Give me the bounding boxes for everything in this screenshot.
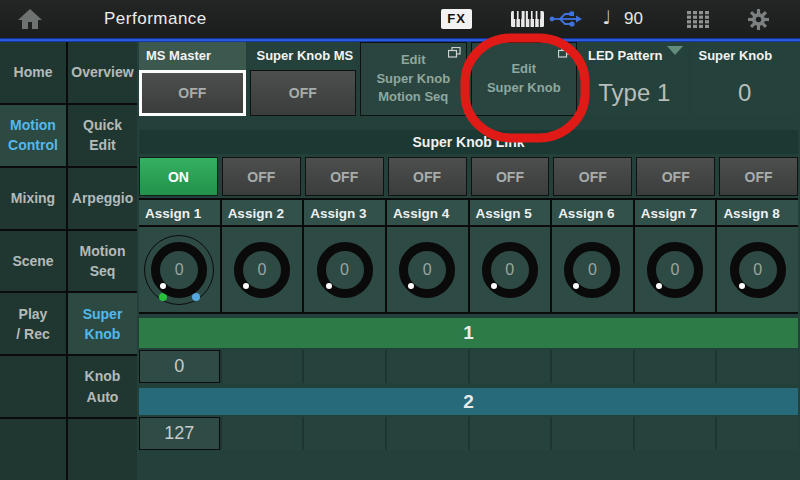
assign-3-knob[interactable]: 0 [304, 227, 385, 312]
ms-master-toggle[interactable]: OFF [139, 70, 246, 116]
sidebar-item-knob-auto[interactable]: Knob Auto [68, 356, 137, 417]
fx-indicator: FX [441, 9, 472, 29]
assign-6-label: Assign 6 [552, 200, 633, 227]
knob-position-dot [739, 283, 745, 289]
sidebar-item-motion-seq[interactable]: Motion Seq [68, 231, 137, 292]
group-1-empty-cell[interactable] [387, 350, 468, 383]
assign-6-knob[interactable]: 0 [552, 227, 633, 312]
content: Home Motion Control Mixing Scene Play / … [0, 42, 800, 480]
sidebar-item-super-knob[interactable]: Super Knob [68, 293, 137, 354]
knob-dial[interactable]: 0 [647, 242, 703, 298]
group-2-empty-cell[interactable] [717, 417, 798, 450]
gear-icon[interactable] [748, 9, 769, 30]
knob-dial[interactable]: 0 [730, 242, 786, 298]
assign-2-knob[interactable]: 0 [222, 227, 303, 312]
group-1-empty-cell[interactable] [635, 350, 716, 383]
group-1-empty-cell[interactable] [717, 350, 798, 383]
link-group-2-values: 127 [139, 417, 798, 450]
knob-position-dot [326, 283, 332, 289]
assign-8-label: Assign 8 [717, 200, 798, 227]
link-toggle-2[interactable]: OFF [222, 157, 301, 196]
group-1-empty-cell[interactable] [552, 350, 633, 383]
group-1-empty-cell[interactable] [222, 350, 303, 383]
knob-dial[interactable]: 0 [317, 242, 373, 298]
assign-3-cell: Assign 3 0 [304, 200, 385, 312]
group-2-value[interactable]: 127 [139, 417, 220, 450]
super-knob-link-section: Super Knob Link ON OFF OFF OFF OFF OFF O… [139, 130, 798, 196]
sidebar-item-home[interactable]: Home [0, 42, 66, 103]
super-knob-label: Super Knob [692, 42, 799, 70]
knob-dial[interactable]: 0 [564, 242, 620, 298]
knob-dial[interactable]: 0 [482, 242, 538, 298]
knob-position-dot [243, 283, 249, 289]
ms-master-label: MS Master [139, 42, 246, 70]
sidebar-item-arpeggio[interactable]: Arpeggio [68, 168, 137, 229]
group-2-empty-cell[interactable] [635, 417, 716, 450]
sidebar-item-scene[interactable]: Scene [0, 231, 66, 292]
link-toggle-3[interactable]: OFF [305, 157, 384, 196]
page-title: Performance [104, 0, 207, 38]
assign-8-knob[interactable]: 0 [717, 227, 798, 312]
group-2-empty-cell[interactable] [304, 417, 385, 450]
sidebar-blank [0, 356, 66, 417]
sidebar: Home Motion Control Mixing Scene Play / … [0, 42, 137, 480]
pad-grid-icon[interactable] [687, 11, 709, 28]
group-2-empty-cell[interactable] [552, 417, 633, 450]
parameter-row: MS Master OFF Super Knob MS OFF Edit Sup… [139, 42, 798, 116]
link-toggle-7[interactable]: OFF [636, 157, 715, 196]
sidebar-item-overview[interactable]: Overview [68, 42, 137, 103]
link-toggle-5[interactable]: OFF [471, 157, 550, 196]
group-1-empty-cell[interactable] [470, 350, 551, 383]
link-toggle-8[interactable]: OFF [719, 157, 798, 196]
assign-2-cell: Assign 2 0 [222, 200, 303, 312]
led-pattern-cell[interactable]: LED Pattern Type 1 [581, 42, 688, 116]
knob-position-dot [408, 283, 414, 289]
super-knob-link-title: Super Knob Link [139, 130, 798, 154]
tempo-value[interactable]: 90 [624, 0, 643, 38]
group-1-value[interactable]: 0 [139, 350, 220, 383]
edit-super-knob-motion-seq-button[interactable]: Edit Super Knob Motion Seq [360, 42, 467, 116]
assign-knobs-row: Assign 1 0 Assign 2 0 Assign 3 [139, 198, 798, 314]
group-2-empty-cell[interactable] [387, 417, 468, 450]
main-panel: MS Master OFF Super Knob MS OFF Edit Sup… [139, 42, 800, 480]
quarter-note-icon: ♩ [602, 6, 611, 28]
knob-dial[interactable]: 0 [399, 242, 455, 298]
super-knob-ms-cell: Super Knob MS OFF [250, 42, 357, 116]
sidebar-blank [68, 419, 137, 480]
group-2-empty-cell[interactable] [222, 417, 303, 450]
sidebar-item-quick-edit[interactable]: Quick Edit [68, 105, 137, 166]
link-toggle-6[interactable]: OFF [553, 157, 632, 196]
sidebar-item-mixing[interactable]: Mixing [0, 168, 66, 229]
knob-max-marker-icon [192, 293, 200, 301]
super-knob-ms-label: Super Knob MS [250, 42, 357, 70]
link-toggle-1[interactable]: ON [139, 157, 218, 196]
super-knob-value-cell[interactable]: Super Knob 0 [692, 42, 799, 116]
group-1-empty-cell[interactable] [304, 350, 385, 383]
edit-super-knob-button[interactable]: Edit Super Knob [471, 42, 578, 116]
assign-4-cell: Assign 4 0 [387, 200, 468, 312]
super-knob-value[interactable]: 0 [692, 70, 799, 116]
knob-dial[interactable]: 0 [234, 242, 290, 298]
sidebar-item-motion-control[interactable]: Motion Control [0, 105, 66, 166]
knob-dial[interactable]: 0 [151, 242, 207, 298]
super-knob-link-buttons: ON OFF OFF OFF OFF OFF OFF OFF [139, 154, 798, 196]
top-status-bar: Performance FX ♩ [0, 0, 800, 38]
sidebar-blank [0, 419, 66, 480]
led-pattern-value[interactable]: Type 1 [581, 70, 688, 116]
assign-1-knob[interactable]: 0 [139, 227, 220, 312]
assign-5-cell: Assign 5 0 [470, 200, 551, 312]
home-icon[interactable] [16, 7, 44, 31]
assign-5-knob[interactable]: 0 [470, 227, 551, 312]
group-2-empty-cell[interactable] [470, 417, 551, 450]
assign-7-knob[interactable]: 0 [635, 227, 716, 312]
sidebar-item-play-rec[interactable]: Play / Rec [0, 293, 66, 354]
assign-7-cell: Assign 7 0 [635, 200, 716, 312]
assign-5-label: Assign 5 [470, 200, 551, 227]
assign-1-cell: Assign 1 0 [139, 200, 220, 312]
assign-1-label: Assign 1 [139, 200, 220, 227]
link-toggle-4[interactable]: OFF [388, 157, 467, 196]
link-group-1-values: 0 [139, 350, 798, 383]
knob-position-dot [160, 283, 166, 289]
assign-4-knob[interactable]: 0 [387, 227, 468, 312]
super-knob-ms-toggle[interactable]: OFF [250, 70, 357, 116]
